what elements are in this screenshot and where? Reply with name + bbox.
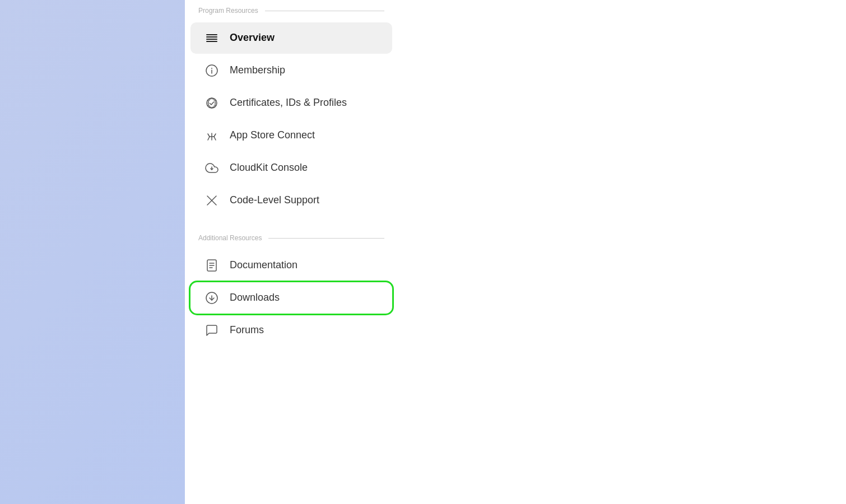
chat-bubble-icon — [204, 323, 220, 338]
program-resources-header: Program Resources — [185, 0, 398, 21]
membership-label: Membership — [230, 64, 285, 77]
downloads-label: Downloads — [230, 291, 280, 304]
tools-icon — [204, 193, 220, 208]
additional-resources-label: Additional Resources — [198, 234, 262, 242]
additional-resources-header: Additional Resources — [185, 227, 398, 249]
doc-list-icon — [204, 258, 220, 273]
sidebar-item-membership[interactable]: Membership — [190, 55, 392, 86]
svg-line-10 — [214, 137, 216, 140]
cloudkit-label: CloudKit Console — [230, 161, 308, 174]
sidebar-item-certificates[interactable]: Certificates, IDs & Profiles — [190, 87, 392, 119]
sidebar-item-app-store-connect[interactable]: App Store Connect — [190, 120, 392, 151]
program-resources-divider — [265, 11, 384, 11]
sidebar-item-overview[interactable]: Overview — [190, 22, 392, 54]
sidebar-item-downloads[interactable]: Downloads — [190, 282, 392, 314]
svg-line-13 — [214, 134, 216, 137]
badge-check-icon — [204, 95, 220, 111]
documentation-label: Documentation — [230, 259, 298, 272]
main-content-area — [398, 0, 846, 504]
program-resources-label: Program Resources — [198, 7, 258, 15]
sidebar-item-documentation[interactable]: Documentation — [190, 250, 392, 281]
download-circle-icon — [204, 290, 220, 306]
sidebar-item-code-level-support[interactable]: Code-Level Support — [190, 185, 392, 216]
forums-label: Forums — [230, 324, 264, 337]
list-icon — [204, 30, 220, 46]
additional-resources-divider — [268, 238, 384, 239]
code-level-support-label: Code-Level Support — [230, 194, 319, 207]
app-store-icon — [204, 128, 220, 143]
left-background — [0, 0, 185, 504]
cloud-icon — [204, 160, 220, 176]
svg-line-12 — [208, 134, 210, 137]
sidebar-item-forums[interactable]: Forums — [190, 315, 392, 346]
svg-line-9 — [208, 137, 210, 140]
overview-label: Overview — [230, 31, 275, 44]
sidebar-item-cloudkit[interactable]: CloudKit Console — [190, 152, 392, 184]
info-circle-icon — [204, 63, 220, 78]
certificates-label: Certificates, IDs & Profiles — [230, 96, 347, 109]
sidebar: Program Resources Overview Membership — [185, 0, 398, 504]
app-store-connect-label: App Store Connect — [230, 129, 315, 142]
